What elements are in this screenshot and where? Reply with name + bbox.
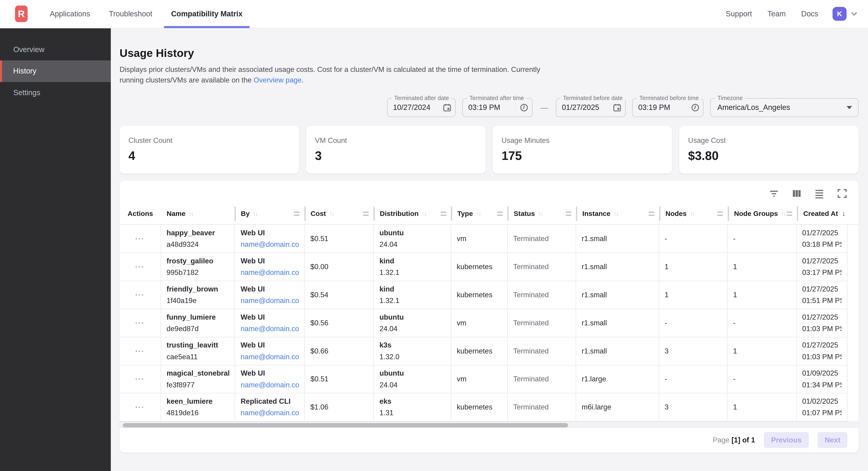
name-cell: frosty_galileo 995b7182 <box>161 253 235 281</box>
fullscreen-icon[interactable] <box>837 188 847 198</box>
created-by-email-link[interactable]: name@domain.com <box>241 381 299 389</box>
column-menu-icon[interactable] <box>717 211 723 216</box>
type-value: vm <box>457 375 502 383</box>
field-label: Terminated before time <box>637 95 701 101</box>
horizontal-scrollbar-thumb[interactable] <box>123 423 568 428</box>
status-value: Terminated <box>513 319 570 327</box>
row-actions-menu-button[interactable]: ••• <box>134 234 146 244</box>
column-header[interactable]: By ↑↓ <box>235 203 305 225</box>
created-by-email-link[interactable]: name@domain.com <box>241 268 299 277</box>
cost-value: $0.56 <box>310 319 368 327</box>
nav-link-label: Team <box>767 10 785 18</box>
filter-icon[interactable] <box>769 188 779 198</box>
column-header[interactable]: Actions <box>120 203 161 225</box>
table-row: ••• magical_stonebraker fe3f8977 Web UI … <box>120 365 859 393</box>
sidebar-item[interactable]: History <box>0 60 111 82</box>
type-value: kubernetes <box>457 403 502 411</box>
column-menu-icon[interactable] <box>441 211 446 216</box>
instance-value: r1.small <box>582 291 653 299</box>
column-header[interactable]: Distribution ↑↓ <box>374 203 452 225</box>
stat-value: 4 <box>128 149 290 163</box>
created-by-email-link[interactable]: name@domain.com <box>241 353 299 361</box>
column-header[interactable]: Name ↑↓ <box>161 203 235 225</box>
nav-link[interactable]: Support <box>718 0 760 28</box>
created-by-email-link[interactable]: name@domain.com <box>241 325 299 333</box>
column-header[interactable]: Cost ↑↓ <box>305 203 374 225</box>
created-time: 01:51 PM PST <box>802 297 841 305</box>
table-row: ••• friendly_brown 1f40a19e Web UI name@… <box>120 281 859 309</box>
created-date: 01/09/2025 <box>802 369 841 378</box>
nodes-cell: - <box>659 365 727 393</box>
cluster-id: 1f40a19e <box>166 297 229 305</box>
row-actions-menu-button[interactable]: ••• <box>134 318 146 328</box>
cluster-id: 4819de16 <box>166 409 229 417</box>
row-actions-menu-button[interactable]: ••• <box>134 290 146 300</box>
overview-page-link[interactable]: Overview page <box>254 76 302 84</box>
sort-updown-icon: ↑↓ <box>329 210 334 217</box>
nav-tab[interactable]: Applications <box>40 0 99 28</box>
calendar-icon[interactable] <box>443 104 451 112</box>
nav-link[interactable]: Team <box>760 0 794 28</box>
row-actions-menu-button[interactable]: ••• <box>134 402 146 412</box>
chevron-down-icon[interactable] <box>850 10 858 18</box>
column-menu-icon[interactable] <box>566 211 571 216</box>
distribution-name: kind <box>379 257 445 265</box>
timezone-select[interactable]: Timezone America/Los_Angeles <box>710 98 859 117</box>
status-cell: Terminated <box>508 225 576 253</box>
type-cell: kubernetes <box>451 337 508 365</box>
column-menu-icon[interactable] <box>787 211 792 216</box>
replicated-logo[interactable]: R <box>15 5 28 22</box>
nav-right: Support Team Docs K <box>718 0 858 28</box>
column-menu-icon[interactable] <box>497 211 503 216</box>
type-cell: vm <box>451 225 508 253</box>
created-by-email-link[interactable]: name@domain.com <box>241 409 299 417</box>
user-avatar[interactable]: K <box>833 7 846 21</box>
column-header[interactable]: Instance ↑↓ <box>577 203 660 225</box>
cluster-name: magical_stonebraker <box>166 369 229 378</box>
density-icon[interactable] <box>814 188 824 198</box>
column-header[interactable]: Type ↑↓ <box>452 203 508 225</box>
nav-tab[interactable]: Compatibility Matrix <box>162 0 252 28</box>
next-page-button[interactable]: Next <box>817 432 847 448</box>
column-menu-icon[interactable] <box>294 211 300 216</box>
by-cell: Web UI name@domain.com <box>235 365 305 393</box>
column-header[interactable]: Status ↑↓ <box>508 203 577 225</box>
type-cell: vm <box>451 365 508 393</box>
row-filler <box>847 281 859 309</box>
clock-icon[interactable] <box>520 104 528 112</box>
nav-link-label: Docs <box>801 10 818 18</box>
manage-columns-icon[interactable] <box>792 188 802 198</box>
column-menu-icon[interactable] <box>649 211 654 216</box>
nav-link[interactable]: Docs <box>793 0 826 28</box>
dropdown-caret-icon <box>846 106 852 109</box>
column-menu-icon[interactable] <box>363 211 369 216</box>
created-by-email-link[interactable]: name@domain.com <box>241 240 299 248</box>
column-header[interactable]: Node Groups ↑↓ <box>728 203 798 225</box>
status-value: Terminated <box>513 375 570 383</box>
status-value: Terminated <box>513 403 570 411</box>
clock-icon[interactable] <box>691 104 700 112</box>
stat-label: VM Count <box>315 137 476 145</box>
nav-tab-label: Applications <box>50 10 90 18</box>
calendar-icon[interactable] <box>613 104 621 112</box>
instance-value: r1.large <box>582 375 653 383</box>
created-at-cell: 01/27/2025 01:51 PM PST <box>797 281 847 309</box>
table-header-row: Actions Name ↑↓ By ↑↓ <box>120 203 859 225</box>
created-time: 01:07 PM PST <box>802 409 841 417</box>
actions-cell: ••• <box>120 393 161 421</box>
created-by-source: Web UI <box>241 313 299 321</box>
distribution-cell: ubuntu 24.04 <box>374 225 451 253</box>
created-by-email-link[interactable]: name@domain.com <box>241 297 299 305</box>
sidebar-item[interactable]: Settings <box>0 82 111 104</box>
row-actions-menu-button[interactable]: ••• <box>134 262 146 272</box>
nodes-cell: - <box>659 309 727 337</box>
sidebar-item[interactable]: Overview <box>0 39 111 60</box>
row-actions-menu-button[interactable]: ••• <box>134 346 146 356</box>
nav-tab[interactable]: Troubleshoot <box>99 0 162 28</box>
column-header[interactable]: Nodes ↑↓ <box>660 203 728 225</box>
previous-page-button[interactable]: Previous <box>764 432 809 448</box>
page-prefix: Page <box>713 436 730 444</box>
cost-cell: $0.54 <box>305 281 374 309</box>
row-actions-menu-button[interactable]: ••• <box>134 374 146 384</box>
column-header[interactable]: Created At ↓ <box>798 203 849 225</box>
